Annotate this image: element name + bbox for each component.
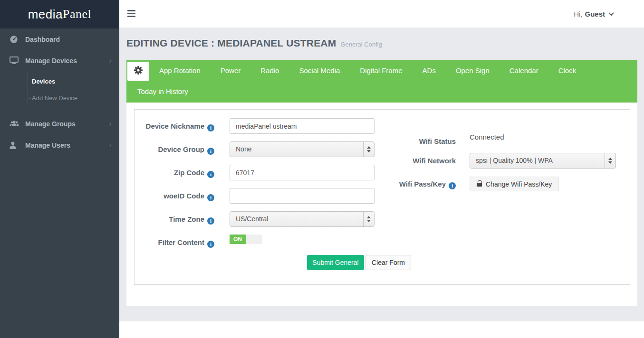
app-window: mediaPanel Dashboard Manage Devices › De… <box>0 0 644 338</box>
submit-general-button[interactable]: Submit General <box>307 255 364 270</box>
select-stepper-icon <box>363 142 374 157</box>
general-config-form: Device Nicknamei Device Groupi None Zip … <box>134 109 630 285</box>
page-subtitle: General Config <box>340 41 382 48</box>
device-nickname-label: Device Nicknamei <box>135 122 214 131</box>
wifi-network-label: Wifi Network <box>391 156 456 166</box>
time-zone-select[interactable]: US/Central <box>230 211 375 227</box>
device-group-label: Device Groupi <box>135 145 214 155</box>
wifi-pass-label: Wifi Pass/Keyi <box>391 179 456 189</box>
tab-today-in-history[interactable]: Today in History <box>127 81 198 102</box>
greeting-text: Hi, <box>574 10 582 18</box>
gear-icon <box>134 66 143 76</box>
info-icon[interactable]: i <box>449 182 456 189</box>
brand-logo: mediaPanel <box>0 0 119 28</box>
time-zone-label: Time Zonei <box>135 215 214 225</box>
toggle-off-segment <box>246 235 262 244</box>
sidebar-item-manage-devices[interactable]: Manage Devices › <box>0 50 119 71</box>
device-group-select[interactable]: None <box>230 141 375 157</box>
sidebar-item-label: Manage Groups <box>25 120 76 128</box>
zip-code-label: Zip Codei <box>135 168 214 178</box>
brand-name-bold: Panel <box>63 7 91 21</box>
sidebar-subitem-label: Devices <box>32 78 55 85</box>
general-config-panel: Device Nicknamei Device Groupi None Zip … <box>126 103 637 306</box>
tab-calendar[interactable]: Calendar <box>500 60 548 81</box>
hamburger-menu-button[interactable] <box>127 10 135 19</box>
info-icon[interactable]: i <box>207 194 214 201</box>
chevron-right-icon: › <box>109 120 112 128</box>
manage-devices-submenu: Devices Add New Device <box>0 71 119 113</box>
tab-power[interactable]: Power <box>211 60 251 81</box>
device-group-value: None <box>236 142 251 157</box>
tab-radio[interactable]: Radio <box>250 60 289 81</box>
tab-open-sign[interactable]: Open Sign <box>446 60 500 81</box>
user-menu[interactable]: Hi, Guest <box>574 0 613 28</box>
tab-digital-frame[interactable]: Digital Frame <box>350 60 412 81</box>
info-icon[interactable]: i <box>207 124 214 131</box>
toggle-on-segment: ON <box>230 235 246 244</box>
sidebar-item-dashboard[interactable]: Dashboard <box>0 28 119 50</box>
filter-content-toggle[interactable]: ON <box>230 235 262 244</box>
wifi-network-select[interactable]: spsi | Quality 100% | WPA <box>470 153 616 169</box>
user-icon <box>10 141 19 150</box>
page-header: EDITING DEVICE : MEDIAPANEL USTREAM Gene… <box>126 38 382 49</box>
brand-name-light: media <box>28 7 63 22</box>
wifi-status-value: Connected <box>470 132 504 142</box>
clear-form-button[interactable]: Clear Form <box>365 255 411 270</box>
sidebar: mediaPanel Dashboard Manage Devices › De… <box>0 0 119 338</box>
info-icon[interactable]: i <box>207 217 214 225</box>
info-icon[interactable]: i <box>207 148 214 155</box>
woeid-code-input[interactable] <box>230 188 375 204</box>
main-content: EDITING DEVICE : MEDIAPANEL USTREAM Gene… <box>119 28 644 321</box>
select-stepper-icon <box>363 212 374 226</box>
users-group-icon <box>10 120 19 128</box>
tree-tick <box>28 98 31 99</box>
select-stepper-icon <box>605 153 615 168</box>
device-nickname-input[interactable] <box>230 118 375 134</box>
sidebar-item-manage-users[interactable]: Manage Users › <box>0 134 119 156</box>
wifi-status-label: Wifi Status <box>391 137 456 146</box>
tab-app-rotation[interactable]: App Rotation <box>149 60 211 81</box>
chevron-right-icon: › <box>109 141 112 149</box>
sidebar-item-label: Manage Devices <box>25 57 77 65</box>
sidebar-subitem-add-new-device[interactable]: Add New Device <box>0 90 119 106</box>
sidebar-item-manage-groups[interactable]: Manage Groups › <box>0 113 119 134</box>
tab-social-media[interactable]: Social Media <box>289 60 350 81</box>
lock-icon <box>477 183 482 187</box>
tab-general-config-active[interactable] <box>127 62 149 81</box>
dashboard-icon <box>10 35 19 44</box>
sidebar-subitem-label: Add New Device <box>32 94 77 102</box>
woeid-code-label: woeID Codei <box>135 191 214 201</box>
change-wifi-pass-button[interactable]: Change Wifi Pass/Key <box>470 177 559 191</box>
time-zone-value: US/Central <box>236 212 268 226</box>
tab-ads[interactable]: ADs <box>413 60 446 81</box>
sidebar-item-label: Manage Users <box>25 141 70 149</box>
filter-content-label: Filter Contenti <box>135 238 214 248</box>
zip-code-input[interactable] <box>230 165 375 180</box>
chevron-down-icon <box>608 10 614 16</box>
sidebar-subitem-devices[interactable]: Devices <box>0 73 119 90</box>
sidebar-item-label: Dashboard <box>25 36 60 43</box>
info-icon[interactable]: i <box>207 241 214 248</box>
tree-tick <box>28 82 31 82</box>
tab-clock[interactable]: Clock <box>548 60 586 81</box>
topbar: Hi, Guest <box>119 0 644 28</box>
info-icon[interactable]: i <box>207 171 214 178</box>
wifi-network-value: spsi | Quality 100% | WPA <box>476 153 553 168</box>
page-title: EDITING DEVICE : MEDIAPANEL USTREAM <box>126 38 336 49</box>
chevron-right-icon: › <box>109 56 112 65</box>
user-name: Guest <box>585 10 605 18</box>
monitor-icon <box>10 56 19 65</box>
